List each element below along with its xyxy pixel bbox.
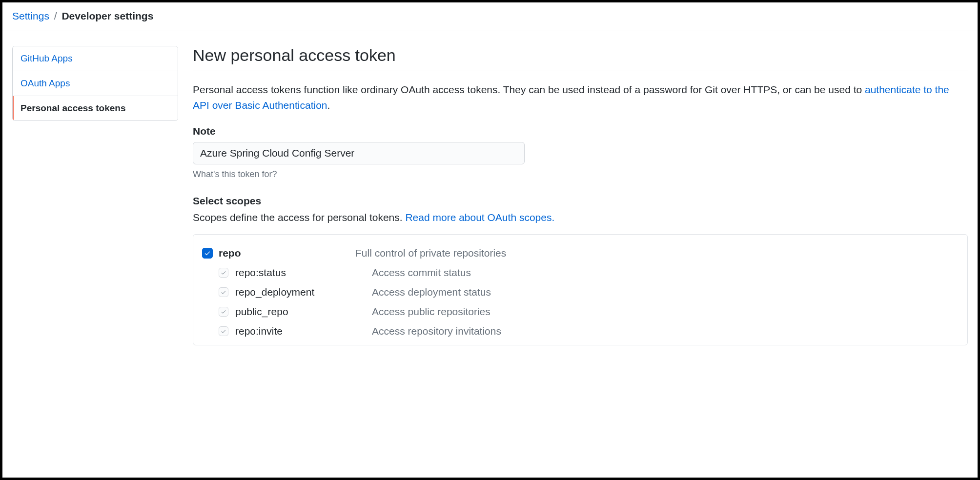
- scope-row-repo: repo Full control of private repositorie…: [202, 243, 959, 263]
- scope-row-repo-status: repo:status Access commit status: [202, 263, 959, 282]
- note-label: Note: [193, 125, 968, 137]
- scope-name-public-repo: public_repo: [235, 306, 372, 318]
- scopes-read-more-link[interactable]: Read more about OAuth scopes.: [405, 212, 554, 223]
- breadcrumb-separator: /: [54, 10, 57, 21]
- sidebar-item-github-apps[interactable]: GitHub Apps: [13, 46, 178, 71]
- sidebar-menu: GitHub Apps OAuth Apps Personal access t…: [12, 46, 178, 121]
- scope-row-repo-deployment: repo_deployment Access deployment status: [202, 282, 959, 302]
- main-content: New personal access token Personal acces…: [193, 46, 968, 345]
- breadcrumb-parent-link[interactable]: Settings: [12, 10, 49, 21]
- checkmark-icon: [221, 309, 226, 315]
- scope-desc-repo-deployment: Access deployment status: [372, 286, 491, 298]
- checkbox-repo-status[interactable]: [219, 268, 228, 278]
- page-title: New personal access token: [193, 46, 968, 71]
- scope-desc-repo-status: Access commit status: [372, 267, 471, 279]
- sidebar: GitHub Apps OAuth Apps Personal access t…: [12, 46, 178, 345]
- scope-desc-repo: Full control of private repositories: [355, 247, 506, 259]
- checkmark-icon: [221, 270, 226, 276]
- checkbox-repo-invite[interactable]: [219, 326, 228, 336]
- checkmark-icon: [221, 328, 226, 334]
- checkbox-repo-deployment[interactable]: [219, 287, 228, 297]
- breadcrumb: Settings / Developer settings: [2, 2, 978, 31]
- page-description: Personal access tokens function like ord…: [193, 82, 968, 113]
- checkbox-repo[interactable]: [202, 248, 213, 259]
- scopes-description: Scopes define the access for personal to…: [193, 212, 968, 223]
- scope-desc-public-repo: Access public repositories: [372, 306, 490, 318]
- checkmark-icon: [221, 289, 226, 295]
- sidebar-item-oauth-apps[interactable]: OAuth Apps: [13, 71, 178, 96]
- note-input[interactable]: [193, 142, 525, 164]
- scopes-label: Select scopes: [193, 195, 968, 207]
- note-hint: What's this token for?: [193, 169, 968, 180]
- scope-desc-repo-invite: Access repository invitations: [372, 325, 501, 337]
- breadcrumb-current: Developer settings: [61, 10, 153, 21]
- sidebar-item-personal-access-tokens[interactable]: Personal access tokens: [13, 96, 178, 120]
- scope-name-repo: repo: [219, 247, 355, 259]
- checkmark-icon: [204, 250, 211, 257]
- checkbox-public-repo[interactable]: [219, 307, 228, 317]
- page-description-text: Personal access tokens function like ord…: [193, 84, 865, 95]
- page-description-suffix: .: [327, 100, 330, 111]
- scope-row-public-repo: public_repo Access public repositories: [202, 302, 959, 321]
- scopes-box: repo Full control of private repositorie…: [193, 234, 968, 345]
- scope-row-repo-invite: repo:invite Access repository invitation…: [202, 321, 959, 341]
- scope-name-repo-invite: repo:invite: [235, 325, 372, 337]
- scopes-desc-text: Scopes define the access for personal to…: [193, 212, 405, 223]
- scope-name-repo-deployment: repo_deployment: [235, 286, 372, 298]
- scope-name-repo-status: repo:status: [235, 267, 372, 279]
